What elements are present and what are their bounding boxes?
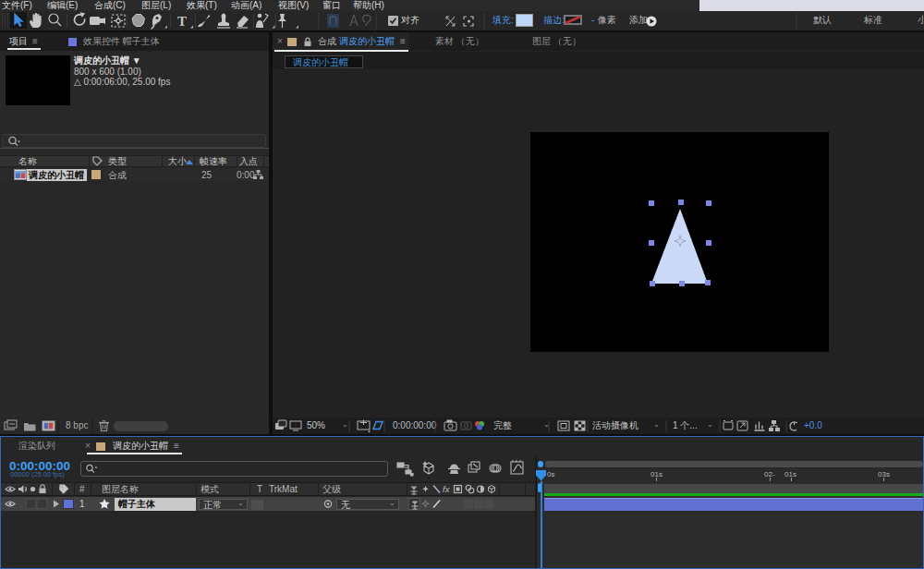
svg-text:T: T xyxy=(177,14,187,29)
svg-text:fx: fx xyxy=(443,484,451,494)
